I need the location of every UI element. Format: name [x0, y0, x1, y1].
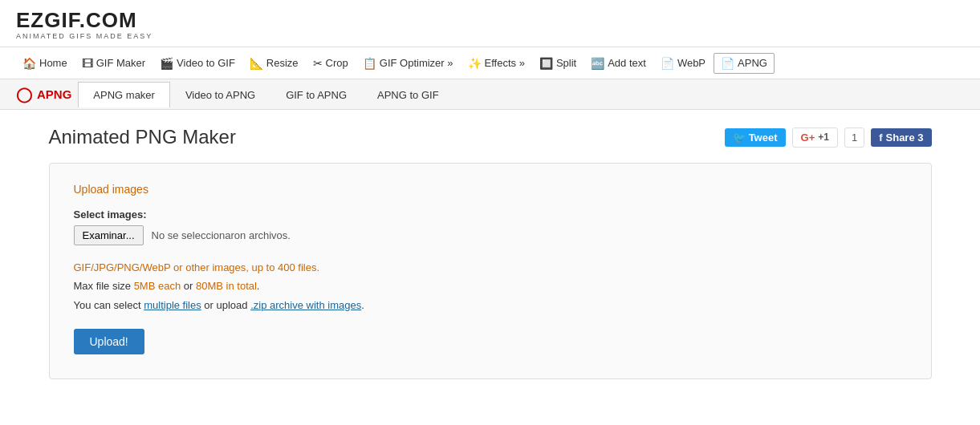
nav-split[interactable]: 🔲 Split: [533, 54, 583, 73]
facebook-icon: f: [879, 132, 882, 144]
gif-optimizer-icon: 📋: [363, 57, 376, 70]
nav-video-to-gif[interactable]: 🎬 Video to GIF: [153, 54, 242, 73]
info-text-2: Max file size 5MB each or 80MB in total.: [74, 277, 907, 295]
nav-effects[interactable]: ✨ Effects »: [462, 54, 531, 73]
nav-webp[interactable]: 📄 WebP: [654, 54, 712, 73]
apng-icon: 📄: [721, 57, 734, 70]
content-area: Animated PNG Maker 🐦 Tweet G+ +1 1 f Sha…: [25, 110, 956, 395]
social-buttons: 🐦 Tweet G+ +1 1 f Share 3: [725, 128, 932, 148]
info-text-1: GIF/JPG/PNG/WebP or other images, up to …: [74, 258, 907, 277]
file-input-row: Examinar... No se seleccionaron archivos…: [74, 225, 907, 245]
resize-icon: 📐: [250, 57, 263, 70]
video-to-gif-icon: 🎬: [160, 57, 173, 70]
gplus-label: +1: [818, 132, 829, 143]
nav-resize[interactable]: 📐 Resize: [243, 54, 305, 73]
tab-video-to-apng[interactable]: Video to APNG: [170, 82, 270, 107]
select-images-label: Select images:: [74, 208, 907, 221]
twitter-bird-icon: 🐦: [733, 132, 746, 144]
info-maxsize-start: Max file size: [74, 280, 134, 292]
sub-nav-brand: ◯ APNG: [16, 86, 71, 103]
nav-effects-label: Effects »: [485, 57, 525, 69]
nav-video-to-gif-label: Video to GIF: [177, 57, 235, 69]
nav-apng-label: APNG: [738, 57, 767, 69]
gif-maker-icon: 🎞: [82, 57, 93, 70]
header: EZGIF.COM ANIMATED GIFS MADE EASY: [0, 0, 980, 47]
nav-gif-maker[interactable]: 🎞 GIF Maker: [75, 54, 152, 73]
zip-archive-link[interactable]: .zip archive with images: [250, 299, 361, 311]
crop-icon: ✂: [313, 57, 323, 70]
nav-add-text[interactable]: 🔤 Add text: [584, 54, 653, 73]
multiple-files-link[interactable]: multiple files: [144, 299, 201, 311]
nav-gif-optimizer[interactable]: 📋 GIF Optimizer »: [356, 54, 460, 73]
info-maxsize-mid: 5MB each: [134, 280, 181, 292]
page-header: Animated PNG Maker 🐦 Tweet G+ +1 1 f Sha…: [49, 126, 932, 148]
upload-button[interactable]: Upload!: [74, 329, 144, 354]
tweet-button[interactable]: 🐦 Tweet: [725, 128, 786, 147]
gplus-icon: G+: [801, 132, 815, 144]
tab-gif-to-apng[interactable]: GIF to APNG: [270, 82, 362, 107]
nav-gif-maker-label: GIF Maker: [96, 57, 145, 69]
info-maxsize-period: .: [257, 280, 260, 292]
split-icon: 🔲: [539, 57, 553, 70]
nav-apng[interactable]: 📄 APNG: [714, 53, 775, 74]
home-icon: 🏠: [22, 57, 36, 70]
page-title: Animated PNG Maker: [49, 126, 236, 148]
upload-section-title: Upload images: [74, 183, 907, 196]
add-text-icon: 🔤: [591, 57, 604, 70]
info-text-3: You can select multiple files or upload …: [74, 296, 907, 314]
nav-home-label: Home: [39, 57, 67, 69]
nav-home[interactable]: 🏠 Home: [16, 54, 74, 73]
logo-sub: ANIMATED GIFS MADE EASY: [16, 32, 964, 40]
upload-box: Upload images Select images: Examinar...…: [49, 163, 932, 379]
nav-crop-label: Crop: [326, 57, 348, 69]
nav-add-text-label: Add text: [608, 57, 646, 69]
nav-gif-optimizer-label: GIF Optimizer »: [380, 57, 453, 69]
browse-button[interactable]: Examinar...: [74, 225, 144, 245]
sub-nav-brand-label: APNG: [37, 87, 71, 101]
webp-icon: 📄: [661, 57, 674, 70]
tab-apng-maker[interactable]: APNG maker: [78, 82, 170, 107]
nav-split-label: Split: [556, 57, 576, 69]
info-multifile-end: .: [361, 299, 364, 311]
nav-resize-label: Resize: [266, 57, 299, 69]
info-multifile-mid: or upload: [201, 299, 250, 311]
gplus-button[interactable]: G+ +1: [792, 128, 838, 148]
facebook-share-button[interactable]: f Share 3: [871, 128, 931, 147]
sub-nav: ◯ APNG APNG maker Video to APNG GIF to A…: [0, 79, 980, 110]
nav-webp-label: WebP: [677, 57, 706, 69]
nav-crop[interactable]: ✂ Crop: [307, 54, 355, 73]
logo-main: EZGIF.COM: [16, 10, 964, 30]
apng-brand-icon: ◯: [16, 86, 32, 103]
gplus-count: 1: [844, 128, 864, 148]
info-maxsize-end: or: [181, 280, 196, 292]
main-nav: 🏠 Home 🎞 GIF Maker 🎬 Video to GIF 📐 Resi…: [0, 47, 980, 79]
info-formats: GIF/JPG/PNG/WebP or other images, up to …: [74, 261, 320, 273]
effects-icon: ✨: [468, 57, 482, 70]
info-maxsize-total: 80MB in total: [196, 280, 257, 292]
tab-apng-to-gif[interactable]: APNG to GIF: [362, 82, 454, 107]
no-file-selected-text: No se seleccionaron archivos.: [152, 229, 291, 241]
info-multifile-start: You can select: [74, 299, 144, 311]
